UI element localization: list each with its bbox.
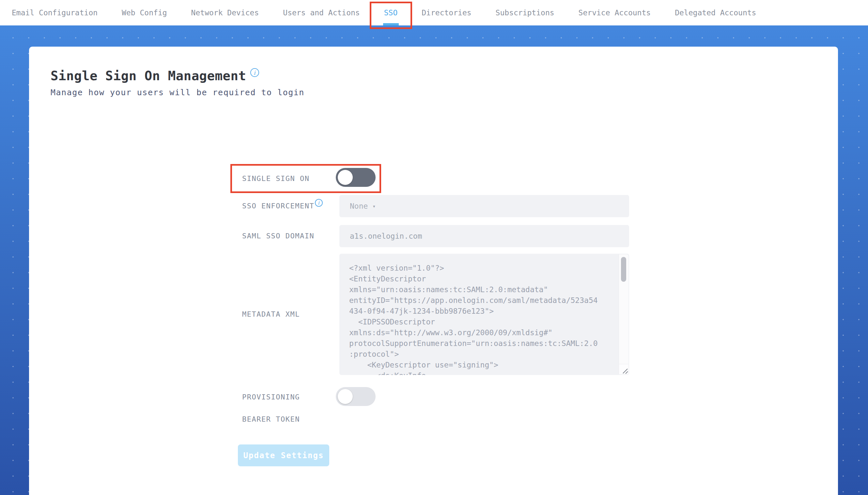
tab-sso[interactable]: SSO [384,8,398,17]
saml-sso-domain-field[interactable]: a1s.onelogin.com [339,225,629,247]
metadata-xml-textarea[interactable]: <?xml version="1.0"?> <EntityDescriptor … [339,254,629,375]
metadata-xml-content: <?xml version="1.0"?> <EntityDescriptor … [339,254,629,375]
sso-enforcement-label: SSO ENFORCEMENTi [242,202,323,210]
top-navigation: Email Configuration Web Config Network D… [0,0,868,25]
dropdown-caret-icon: ▾ [372,203,375,209]
sso-enforcement-select[interactable]: None ▾ [339,195,629,217]
tab-network-devices[interactable]: Network Devices [191,8,259,17]
title-info-icon[interactable]: i [250,68,259,77]
page-title: Single Sign On Management [51,68,246,84]
saml-sso-domain-value: a1s.onelogin.com [350,232,422,240]
tab-sso-label: SSO [384,8,398,17]
tab-email-configuration[interactable]: Email Configuration [12,8,98,17]
metadata-scrollbar-track[interactable] [619,254,629,374]
tab-service-accounts[interactable]: Service Accounts [579,8,651,17]
single-sign-on-toggle-knob [338,170,353,185]
tab-users-and-actions[interactable]: Users and Actions [283,8,360,17]
provisioning-label: PROVISIONING [242,393,300,402]
tab-delegated-accounts[interactable]: Delegated Accounts [675,8,756,17]
tab-web-config[interactable]: Web Config [122,8,167,17]
single-sign-on-toggle[interactable] [336,168,375,187]
sso-enforcement-label-text: SSO ENFORCEMENT [242,202,314,210]
page-subtitle: Manage how your users will be required t… [51,88,304,97]
metadata-xml-label: METADATA XML [242,310,300,319]
bearer-token-label: BEARER TOKEN [242,415,300,424]
single-sign-on-label: SINGLE SIGN ON [242,174,310,183]
update-settings-button[interactable]: Update Settings [238,444,329,466]
sso-enforcement-info-icon[interactable]: i [315,199,323,207]
sso-management-card: Single Sign On Management i Manage how y… [29,47,838,495]
provisioning-toggle-knob [338,389,353,404]
tab-directories[interactable]: Directories [422,8,471,17]
active-tab-underline [383,23,399,25]
provisioning-toggle[interactable] [336,387,375,406]
metadata-scrollbar-thumb[interactable] [621,257,626,282]
sso-enforcement-value: None [350,202,368,210]
saml-sso-domain-label: SAML SSO DOMAIN [242,232,314,240]
tab-subscriptions[interactable]: Subscriptions [496,8,554,17]
resize-handle-icon[interactable] [621,367,628,374]
